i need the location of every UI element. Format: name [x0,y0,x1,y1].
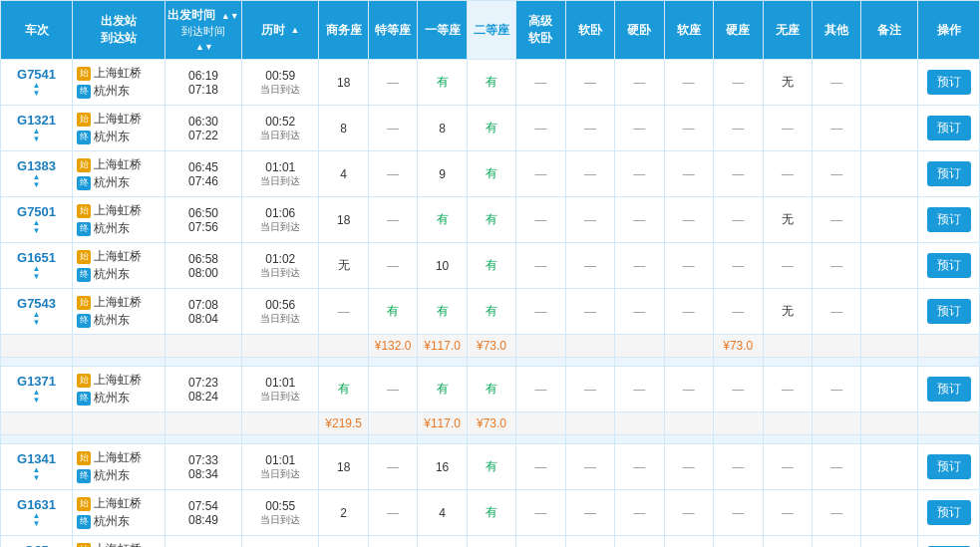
col-header-action: 操作 [918,1,980,60]
soft-seat-cell: — [664,60,713,106]
arrive-station: 杭州东 [94,220,130,237]
time-cell: 06:5007:56 [164,197,241,243]
hard-seat-cell: — [714,106,763,151]
depart-icon: 始 [77,543,91,548]
date-label: 当日到达 [244,266,316,280]
train-sort-arrows: ▲▼ [33,128,41,143]
depart-time: 06:45 [167,160,239,174]
book-button[interactable]: 预订 [927,500,971,525]
hard-seat-cell: — [714,490,763,536]
depart-icon: 始 [77,296,91,310]
hard-seat-cell: — [714,197,763,243]
arrive-time: 08:24 [167,390,239,404]
book-button[interactable]: 预订 [927,299,971,324]
depart-time: 07:54 [167,499,239,513]
train-link[interactable]: G1371 [17,374,56,389]
train-link[interactable]: G85 [24,543,49,547]
duration-sort-icon[interactable]: ▲ [290,25,299,35]
price-cell [918,335,980,358]
time-cell: 07:0808:04 [164,289,241,335]
other-seat-cell: — [812,536,860,548]
depart-station: 上海虹桥 [94,541,142,547]
action-cell[interactable]: 预订 [918,367,980,412]
no-seat-cell: — [763,490,812,536]
business-seat-cell: 无 [319,243,368,289]
action-cell[interactable]: 预订 [918,106,980,151]
arrive-icon: 终 [77,469,91,483]
train-link[interactable]: G1651 [17,250,56,265]
depart-time: 07:08 [167,298,239,312]
train-link[interactable]: G1631 [17,497,56,512]
hard-sleeper-cell: — [615,151,664,197]
price-cell [714,412,763,435]
soft-sleeper-cell: — [565,367,614,412]
col-header-hard-seat: 硬座 [714,1,763,60]
col-header-duration[interactable]: 历时 ▲ [242,1,319,60]
premium-soft-seat-cell: — [516,444,565,490]
col-header-second: 二等座 [467,1,515,60]
train-link[interactable]: G1321 [17,113,56,128]
train-link[interactable]: G7541 [17,67,56,82]
soft-seat-cell: — [664,243,713,289]
arrive-time: 08:04 [167,312,239,326]
book-button[interactable]: 预订 [927,377,971,402]
book-button[interactable]: 预订 [927,454,971,479]
hard-seat-cell: — [714,151,763,197]
price-cell [812,412,860,435]
book-button[interactable]: 预订 [927,161,971,186]
table-row: G7543 ▲▼ 始 上海虹桥 终 杭州东 07:0808:0400:56当日到… [1,289,980,335]
book-button[interactable]: 预订 [927,116,971,140]
station-cell: 始 上海虹桥 终 杭州东 [73,151,165,197]
action-cell[interactable]: 预订 [918,151,980,197]
price-cell: ¥73.0 [467,412,515,435]
table-row: G1631 ▲▼ 始 上海虹桥 终 杭州东 07:5408:4900:55当日到… [1,490,980,536]
soft-seat-cell: — [664,367,713,412]
business-seat-cell: 2 [319,490,368,536]
first-seat-cell: 有 [418,60,467,106]
train-link[interactable]: G1383 [17,158,56,173]
col-header-other: 其他 [812,1,860,60]
station-cell: 始 上海虹桥 终 杭州东 [73,243,165,289]
col-header-no-seat: 无座 [763,1,812,60]
no-seat-cell: 无 [763,60,812,106]
price-cell [319,335,368,358]
action-cell[interactable]: 预订 [918,536,980,548]
price-cell [615,412,664,435]
special-seat-cell: — [368,444,417,490]
duration-cell: 01:02当日到达 [242,243,319,289]
col-header-time[interactable]: 出发时间 ▲▼ 到达时间 ▲▼ [164,1,241,60]
table-row: G1651 ▲▼ 始 上海虹桥 终 杭州东 06:5808:0001:02当日到… [1,243,980,289]
action-cell[interactable]: 预订 [918,444,980,490]
train-link[interactable]: G1341 [17,451,56,466]
book-button[interactable]: 预订 [927,70,971,95]
arrive-sort-icon[interactable]: ▲▼ [195,42,213,52]
table-row: G85 ▲▼ 始 上海虹桥 终 杭州东 08:0008:4500:45当日到达9… [1,536,980,548]
remark-cell [861,289,918,335]
hard-sleeper-cell: — [615,243,664,289]
book-button[interactable]: 预订 [927,207,971,232]
hard-sleeper-cell: — [615,444,664,490]
time-sort-icon[interactable]: ▲▼ [221,11,239,21]
train-link[interactable]: G7543 [17,296,56,311]
duration-cell: 00:55当日到达 [242,490,319,536]
action-cell[interactable]: 预订 [918,60,980,106]
soft-sleeper-cell: — [565,490,614,536]
train-link[interactable]: G7501 [17,204,56,219]
col-header-soft-seat: 软座 [664,1,713,60]
action-cell[interactable]: 预订 [918,289,980,335]
duration-value: 01:01 [244,160,316,174]
depart-time: 06:19 [167,69,239,83]
date-label: 当日到达 [244,220,316,234]
action-cell[interactable]: 预订 [918,243,980,289]
special-seat-cell: — [368,151,417,197]
special-seat-cell: — [368,536,417,548]
action-cell[interactable]: 预订 [918,197,980,243]
arrive-station: 杭州东 [94,467,130,484]
depart-icon: 始 [77,250,91,264]
no-seat-cell: — [763,243,812,289]
action-cell[interactable]: 预订 [918,490,980,536]
book-button[interactable]: 预订 [927,253,971,278]
first-seat-cell: 有 [418,367,467,412]
other-seat-cell: — [812,289,860,335]
soft-sleeper-cell: — [565,289,614,335]
